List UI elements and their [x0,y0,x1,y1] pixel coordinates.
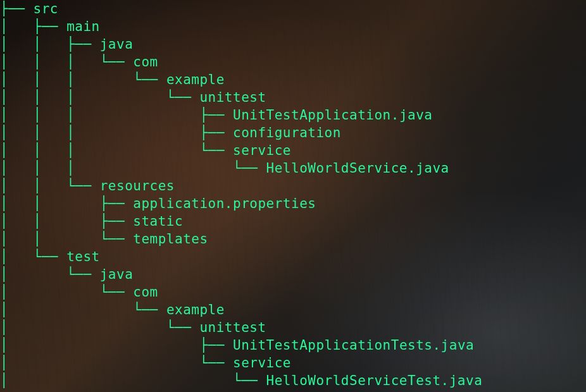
tree-branch-icon: │ │ │ └── [0,143,233,158]
tree-row: │ │ │ ├── UnitTestApplication.java [0,106,586,124]
tree-row: │ └── HelloWorldServiceTest.java [0,372,586,389]
tree-branch-icon: │ ├── [0,19,66,34]
tree-row: │ │ ├── application.properties [0,195,586,212]
tree-branch-icon: │ │ │ └── [0,161,266,176]
tree-branch-icon: │ │ │ └── [0,90,199,105]
tree-node: templates [133,231,208,247]
tree-node: application.properties [133,196,316,211]
tree-row: │ │ └── resources [0,177,586,195]
tree-node: HelloWorldServiceTest.java [266,373,483,388]
tree-branch-icon: │ └── [0,249,66,264]
tree-row: │ ├── main [0,18,586,35]
tree-branch-icon: │ └── [0,285,133,300]
tree-row: │ └── test [0,248,586,266]
tree-node: example [166,302,225,317]
tree-row: │ │ │ └── example [0,71,586,89]
tree-branch-icon: │ │ └── [0,231,133,247]
tree-branch-icon: │ └── [0,302,166,317]
tree-row: │ └── unittest [0,319,586,336]
tree-row: │ └── java [0,266,586,283]
tree-branch-icon: │ │ └── [0,178,100,193]
tree-branch-icon: │ │ │ └── [0,72,166,87]
tree-node: main [66,19,100,34]
tree-row: │ └── com [0,283,586,301]
tree-branch-icon: │ └── [0,320,199,335]
tree-row: │ └── service [0,354,586,372]
tree-node: unittest [199,90,266,105]
tree-branch-icon: │ │ │ ├── [0,107,233,123]
tree-row: ├── src [0,0,586,18]
tree-branch-icon: │ └── [0,373,266,388]
tree-branch-icon: │ │ ├── [0,196,133,211]
tree-row: │ │ │ ├── configuration [0,124,586,142]
tree-node: static [133,214,183,229]
tree-branch-icon: ├── [0,1,34,16]
tree-node: com [133,54,158,70]
tree-node: java [100,267,134,282]
tree-row: │ │ │ └── HelloWorldService.java [0,159,586,177]
tree-row: │ │ │ └── unittest [0,89,586,106]
tree-branch-icon: │ │ ├── [0,214,133,229]
tree-node: src [34,1,58,16]
tree-branch-icon: │ ├── [0,338,233,353]
tree-row: │ ├── UnitTestApplicationTests.java [0,336,586,354]
tree-node: java [100,37,134,52]
tree-branch-icon: │ │ │ └── [0,54,133,70]
tree-branch-icon: │ │ ├── [0,37,100,52]
tree-node: UnitTestApplicationTests.java [233,338,474,353]
tree-node: resources [100,178,175,193]
tree-node: service [233,355,291,371]
tree-row: │ │ │ └── com [0,53,586,71]
tree-node: test [66,249,100,264]
tree-node: example [166,72,225,87]
tree-row: │ │ ├── java [0,35,586,53]
terminal-output: ├── src│ ├── main│ │ ├── java│ │ │ └── c… [0,0,586,392]
tree-node: HelloWorldService.java [266,161,449,176]
tree-node: service [233,143,291,158]
tree-branch-icon: │ └── [0,355,233,371]
tree-node: com [133,285,158,300]
tree-node: UnitTestApplication.java [233,107,432,123]
tree-branch-icon: │ │ │ ├── [0,125,233,140]
tree-node: configuration [233,125,341,140]
tree-row: │ │ └── templates [0,230,586,248]
tree-branch-icon: │ └── [0,267,100,282]
tree-row: │ │ │ └── service [0,142,586,159]
tree-node: unittest [199,320,266,335]
tree-row: │ └── example [0,301,586,319]
tree-row: │ │ ├── static [0,212,586,230]
